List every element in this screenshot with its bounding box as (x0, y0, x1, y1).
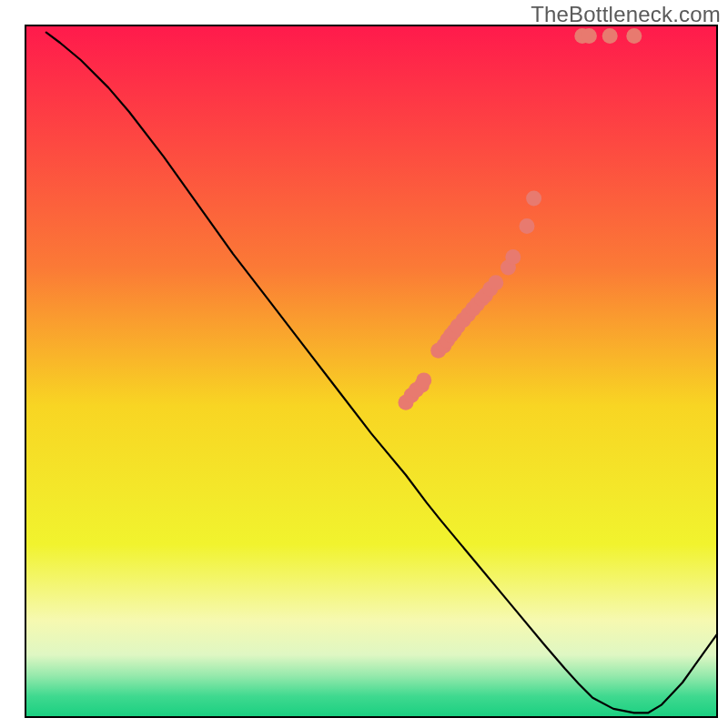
cluster-point (602, 28, 618, 44)
chart-svg (0, 0, 728, 728)
watermark-text: TheBottleneck.com (531, 2, 721, 27)
cluster-point (581, 28, 597, 44)
cluster-point (505, 249, 521, 265)
cluster-point (626, 28, 642, 44)
cluster-point (488, 275, 503, 290)
plot-background (25, 25, 717, 717)
bottleneck-chart: TheBottleneck.com (0, 0, 728, 728)
cluster-point (416, 372, 431, 388)
cluster-point (526, 191, 541, 207)
cluster-point (520, 218, 535, 234)
